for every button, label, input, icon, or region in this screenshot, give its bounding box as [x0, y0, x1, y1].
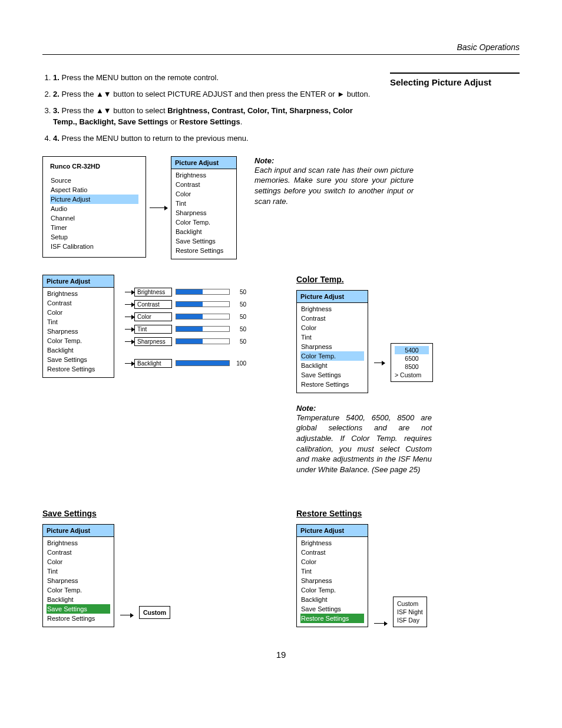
slider-value: 50 — [233, 289, 246, 295]
save-settings-col: Save Settings Picture Adjust BrightnessC… — [42, 498, 266, 627]
pa-item: Sharpness — [47, 327, 110, 336]
pa-submenu-item: Color — [175, 189, 233, 199]
pa-item: Sharpness — [47, 576, 110, 585]
slider-fill — [176, 302, 203, 307]
slider-value: 100 — [233, 360, 246, 367]
lead-line — [125, 304, 134, 305]
step-2a: Press the — [61, 90, 96, 98]
slider-row: Brightness50 — [125, 288, 246, 297]
step-3c: or — [168, 117, 180, 126]
pa-menu-left: Picture Adjust BrightnessContrastColorTi… — [42, 275, 114, 378]
slider-fill — [176, 339, 203, 344]
slider-value: 50 — [233, 301, 246, 308]
header-section: Basic Operations — [42, 42, 520, 55]
save-heading: Save Settings — [42, 509, 266, 518]
colortemp-column: Color Temp. Picture Adjust BrightnessCon… — [296, 275, 520, 475]
note-1-body: Each input and scan rate has their own p… — [254, 165, 414, 206]
slider-label: Sharpness — [134, 337, 172, 346]
pa-submenu-item: Color Temp. — [175, 218, 233, 227]
main-menu-items: SourceAspect RatioPicture AdjustAudioCha… — [50, 176, 138, 251]
pa-item: Backlight — [300, 595, 364, 604]
slider-bar — [176, 289, 230, 295]
pa-menu-restore: Picture Adjust BrightnessContrastColorTi… — [296, 524, 368, 627]
pa-submenu-item: Save Settings — [175, 236, 233, 246]
connector — [374, 623, 387, 624]
pa-item: Restore Settings — [300, 380, 364, 389]
main-menu-item: Setup — [50, 232, 138, 242]
instructions: 1. Press the MENU button on the remote c… — [42, 73, 372, 151]
main-menu-item: Audio — [50, 204, 138, 213]
pa-item: Tint — [300, 566, 364, 576]
diagram-main-row: Runco CR-32HD SourceAspect RatioPicture … — [42, 156, 520, 259]
side-title: Selecting Picture Adjust — [390, 73, 520, 151]
pa-submenu-item: Backlight — [175, 227, 233, 236]
slider-label: Backlight — [134, 359, 172, 368]
main-menu-item: Channel — [50, 213, 138, 223]
slider-label: Color — [134, 312, 172, 321]
note-2-body: Temperature 5400, 6500, 8500 are global … — [296, 413, 432, 475]
slider-bar — [176, 326, 230, 332]
main-menu-item: Timer — [50, 223, 138, 232]
slider-label: Brightness — [134, 288, 172, 297]
slider-fill — [176, 289, 203, 294]
pa-menu-left-items: BrightnessContrastColorTintSharpnessColo… — [43, 288, 114, 377]
step-3a: Press the — [61, 106, 96, 115]
step-3: 3. Press the ▲▼ button to select Brightn… — [53, 106, 372, 127]
connector — [120, 615, 133, 615]
colortemp-option: > Custom — [395, 371, 429, 379]
pa-item: Color Temp. — [47, 336, 110, 345]
main-menu-title: Runco CR-32HD — [50, 163, 138, 176]
main-menu-item: Source — [50, 176, 138, 185]
slider-fill — [176, 327, 203, 331]
slider-column: Picture Adjust BrightnessContrastColorTi… — [42, 275, 266, 475]
pa-item: Brightness — [300, 304, 364, 314]
restore-settings-col: Restore Settings Picture Adjust Brightne… — [296, 498, 520, 627]
slider-fill — [176, 314, 203, 319]
slider-bar — [176, 301, 230, 307]
pa-submenu-box: Picture Adjust BrightnessContrastColorTi… — [171, 156, 237, 259]
step-4: 4. Press the MENU button to return to th… — [53, 133, 372, 144]
pa-item: Sharpness — [300, 342, 364, 351]
slider-label: Contrast — [134, 300, 172, 309]
restore-heading: Restore Settings — [296, 509, 520, 518]
slider-row: Color50 — [125, 312, 246, 321]
pa-menu-restore-title: Picture Adjust — [297, 525, 368, 537]
main-menu-item: Aspect Ratio — [50, 185, 138, 195]
pa-menu-save-items: BrightnessContrastColorTintSharpnessColo… — [43, 537, 114, 627]
right-icon: ► — [337, 90, 345, 98]
pa-item: Color — [300, 557, 364, 566]
step-2c: button. — [345, 90, 370, 98]
step-1: 1. Press the MENU button on the remote c… — [53, 73, 372, 83]
note-2: Note: Temperature 5400, 6500, 8500 are g… — [296, 404, 432, 475]
step-3b: button to select — [111, 106, 167, 115]
top-section: 1. Press the MENU button on the remote c… — [42, 73, 520, 151]
pa-item: Color — [47, 308, 110, 317]
sliders-block: Brightness50Contrast50Color50Tint50Sharp… — [125, 275, 246, 371]
step-3d: . — [240, 117, 243, 126]
pa-item: Color — [300, 323, 364, 332]
pa-item: Sharpness — [300, 576, 364, 585]
pa-submenu-item: Contrast — [175, 180, 233, 189]
lead-line — [125, 329, 134, 330]
pa-menu-save-title: Picture Adjust — [43, 525, 114, 537]
pa-item: Backlight — [47, 345, 110, 355]
slider-fill — [176, 361, 229, 365]
slider-row: Contrast50 — [125, 300, 246, 309]
restore-popup-item: ISF Day — [397, 616, 423, 624]
pa-submenu-item: Tint — [175, 199, 233, 208]
slider-row: Sharpness50 — [125, 337, 246, 346]
slider-row: Tint50 — [125, 325, 246, 334]
colortemp-options: 540065008500> Custom — [391, 343, 433, 382]
step-2b: button to select PICTURE ADJUST and then… — [111, 90, 337, 98]
pa-item: Contrast — [47, 298, 110, 308]
slider-bar — [176, 314, 230, 319]
pa-menu-ct-title: Picture Adjust — [297, 291, 368, 303]
slider-row: Backlight100 — [125, 359, 246, 368]
slider-value: 50 — [233, 338, 246, 345]
pa-menu-ct-items: BrightnessContrastColorTintSharpnessColo… — [297, 303, 368, 393]
connector — [150, 207, 167, 208]
note-2-title: Note: — [296, 404, 432, 413]
pa-item: Backlight — [300, 361, 364, 370]
restore-popup-item: Custom — [397, 599, 423, 608]
pa-item: Contrast — [47, 548, 110, 557]
